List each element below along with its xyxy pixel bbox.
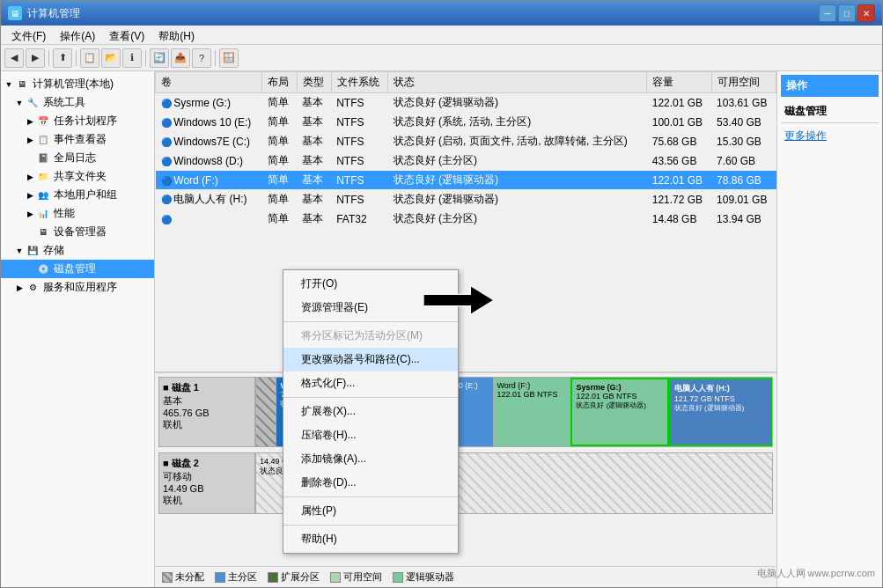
table-row[interactable]: 🔵 简单基本FAT32状态良好 (主分区)14.48 GB13.94 GB: [156, 209, 776, 229]
disk-row-1: ■ 磁盘 1 基本 465.76 GB 联机 Windows7E (C:) 75…: [158, 377, 773, 447]
menu-view[interactable]: 查看(V): [102, 27, 151, 42]
ctx-item[interactable]: 帮助(H): [283, 527, 458, 551]
up-button[interactable]: ⬆: [53, 48, 72, 68]
table-cell: 43.56 GB: [647, 151, 711, 171]
col-header-status[interactable]: 状态: [388, 72, 647, 93]
ctx-item[interactable]: 压缩卷(H)...: [283, 423, 458, 447]
expand-arrow: [26, 154, 34, 163]
actions-panel: 操作 磁盘管理 更多操作: [776, 71, 882, 587]
maximize-button[interactable]: □: [838, 4, 856, 22]
sidebar-label: 设备管理器: [54, 224, 107, 239]
sidebar-item-services[interactable]: ▶ ⚙ 服务和应用程序: [1, 278, 154, 297]
table-row[interactable]: 🔵 Windows8 (D:)简单基本NTFS状态良好 (主分区)43.56 G…: [156, 151, 776, 171]
legend-primary: 主分区: [215, 570, 257, 584]
show-hide-button[interactable]: 📋: [80, 48, 99, 68]
table-row[interactable]: 🔵 Sysrme (G:)简单基本NTFS状态良好 (逻辑驱动器)122.01 …: [156, 93, 776, 113]
tools-icon: 🔧: [26, 96, 40, 110]
col-header-layout[interactable]: 布局: [262, 72, 297, 93]
table-cell: FAT32: [331, 209, 388, 229]
menu-help[interactable]: 帮助(H): [151, 27, 202, 42]
table-cell: 122.01 GB: [647, 93, 711, 113]
col-header-capacity[interactable]: 容量: [647, 72, 711, 93]
sidebar-label: 磁盘管理: [54, 261, 96, 276]
expand-arrow: ▼: [4, 80, 13, 89]
menu-action[interactable]: 操作(A): [53, 27, 102, 42]
table-row[interactable]: 🔵 电脑人人有 (H:)简单基本NTFS状态良好 (逻辑驱动器)121.72 G…: [156, 190, 776, 209]
table-row[interactable]: 🔵 Word (F:)简单基本NTFS状态良好 (逻辑驱动器)122.01 GB…: [156, 171, 776, 190]
window-controls[interactable]: ─ □ ✕: [819, 4, 875, 22]
legend-extended-box: [268, 572, 278, 583]
table-cell: NTFS: [331, 151, 388, 171]
partition-pcrrw[interactable]: 电脑人人有 (H:) 121.72 GB NTFS 状态良好 (逻辑驱动器): [669, 378, 772, 446]
partition-word[interactable]: Word (F:) 122.01 GB NTFS: [494, 378, 571, 446]
expand-arrow: ▶: [15, 283, 24, 292]
ctx-separator: [283, 525, 458, 526]
table-cell: 简单: [262, 209, 297, 229]
expand-button[interactable]: 📂: [101, 48, 121, 68]
legend-bar: 未分配 主分区 扩展分区 可用空间 逻辑驱动器: [155, 566, 776, 587]
table-cell: 基本: [297, 132, 331, 151]
export-button[interactable]: 📤: [171, 48, 190, 68]
sidebar-item-disk-management[interactable]: 💿 磁盘管理: [1, 260, 154, 278]
table-cell: 简单: [262, 132, 297, 151]
refresh-button[interactable]: 🔄: [150, 48, 169, 68]
ctx-item[interactable]: 更改驱动器号和路径(C)...: [283, 348, 458, 371]
col-header-volume[interactable]: 卷: [156, 72, 262, 93]
right-panel: 卷 布局 类型 文件系统 状态 容量 可用空间 🔵 Sysrme (G:)简单基…: [155, 71, 776, 587]
sidebar-item-local-users[interactable]: ▶ 👥 本地用户和组: [1, 186, 154, 204]
partition-sysrme[interactable]: Sysrme (G:) 122.01 GB NTFS 状态良好 (逻辑驱动器): [570, 378, 668, 446]
services-icon: ⚙: [26, 281, 40, 295]
table-cell: 基本: [297, 93, 331, 113]
table-cell: 🔵 Sysrme (G:): [156, 93, 262, 113]
disk-table[interactable]: 卷 布局 类型 文件系统 状态 容量 可用空间 🔵 Sysrme (G:)简单基…: [155, 71, 776, 372]
ctx-item[interactable]: 扩展卷(X)...: [283, 400, 458, 423]
col-header-type[interactable]: 类型: [297, 72, 331, 93]
table-cell: 基本: [297, 151, 331, 171]
sidebar-item-storage[interactable]: ▼ 💾 存储: [1, 241, 154, 260]
more-actions-link[interactable]: 更多操作: [781, 127, 879, 145]
sidebar-item-performance[interactable]: ▶ 📊 性能: [1, 204, 154, 223]
minimize-button[interactable]: ─: [819, 4, 836, 22]
table-cell: 🔵: [156, 209, 262, 229]
sidebar-item-global-log[interactable]: 📓 全局日志: [1, 149, 154, 167]
properties-button[interactable]: ℹ: [122, 48, 142, 68]
sidebar-item-shared-folders[interactable]: ▶ 📁 共享文件夹: [1, 167, 154, 186]
sidebar-item-event-viewer[interactable]: ▶ 📋 事件查看器: [1, 130, 154, 149]
sidebar-label: 计算机管理(本地): [33, 77, 114, 92]
table-cell: 简单: [262, 113, 297, 132]
sidebar-label: 事件查看器: [54, 132, 107, 147]
sidebar-item-system-tools[interactable]: ▼ 🔧 系统工具: [1, 93, 154, 112]
disk-visual: ■ 磁盘 1 基本 465.76 GB 联机 Windows7E (C:) 75…: [155, 372, 776, 566]
sidebar-item-computer[interactable]: ▼ 🖥 计算机管理(本地): [1, 75, 154, 93]
col-header-free[interactable]: 可用空间: [711, 72, 776, 93]
table-cell: 103.61 GB: [711, 93, 776, 113]
partition-unallocated[interactable]: [256, 378, 276, 446]
actions-panel-title: 磁盘管理: [781, 100, 879, 123]
expand-arrow: ▼: [15, 246, 24, 255]
help-button[interactable]: ?: [192, 48, 211, 68]
sidebar-label: 存储: [43, 243, 64, 258]
col-header-fs[interactable]: 文件系统: [331, 72, 388, 93]
sidebar: ▼ 🖥 计算机管理(本地) ▼ 🔧 系统工具 ▶ 📅 任务计划程序 ▶ 📋 事件…: [1, 71, 155, 587]
sidebar-item-device-manager[interactable]: 🖥 设备管理器: [1, 223, 154, 241]
table-cell: 75.68 GB: [647, 132, 711, 151]
ctx-item[interactable]: 属性(P): [283, 499, 458, 523]
sidebar-label: 性能: [54, 206, 75, 221]
ctx-separator: [283, 496, 458, 497]
table-row[interactable]: 🔵 Windows 10 (E:)简单基本NTFS状态良好 (系统, 活动, 主…: [156, 113, 776, 132]
legend-unallocated: 未分配: [162, 570, 204, 584]
new-window-button[interactable]: 🪟: [219, 48, 239, 68]
table-cell: 🔵 Word (F:): [156, 171, 262, 190]
ctx-item[interactable]: 添加镜像(A)...: [283, 447, 458, 471]
legend-primary-box: [215, 572, 225, 583]
ctx-item: 将分区标记为活动分区(M): [283, 324, 458, 348]
sidebar-item-task-scheduler[interactable]: ▶ 📅 任务计划程序: [1, 112, 154, 130]
table-row[interactable]: 🔵 Windows7E (C:)简单基本NTFS状态良好 (启动, 页面文件, …: [156, 132, 776, 151]
forward-button[interactable]: ▶: [26, 48, 45, 68]
menu-file[interactable]: 文件(F): [4, 27, 53, 42]
ctx-item[interactable]: 格式化(F)...: [283, 371, 458, 395]
close-button[interactable]: ✕: [857, 4, 875, 22]
legend-logical: 逻辑驱动器: [393, 570, 454, 584]
ctx-item[interactable]: 删除卷(D)...: [283, 471, 458, 495]
back-button[interactable]: ◀: [4, 48, 24, 68]
